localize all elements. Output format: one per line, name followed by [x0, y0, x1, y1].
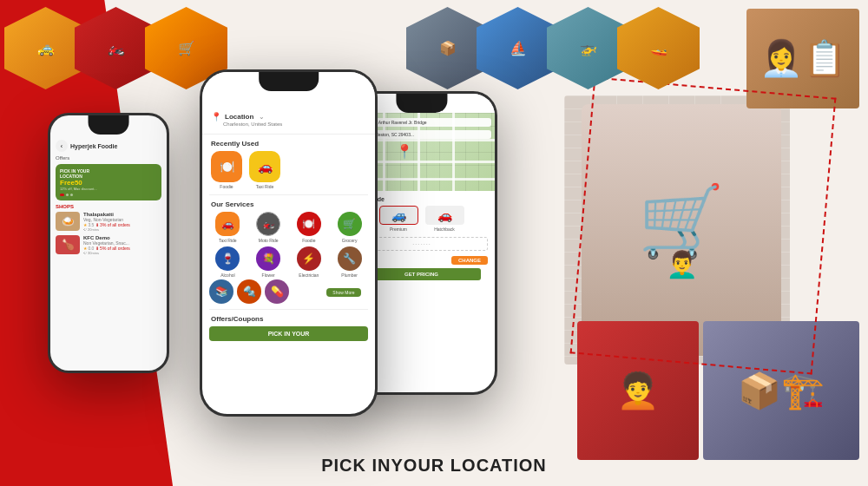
shop-info-2: KFC Demo Non Vegetarian, Snac... ★ 0.0 ⬇… [83, 235, 161, 255]
offer-desc: 12% off, Max discount... [60, 187, 157, 191]
ride-option-hatchback[interactable]: 🚗 Hatchback [425, 206, 464, 232]
center-phone-screen: 📍 Location ⌄ Charleston, United States R… [202, 72, 375, 414]
recently-used-title: Recently Used [202, 135, 375, 151]
service-extra-2[interactable]: 🔩 [237, 279, 261, 305]
moto-ride-label: Moto Ride [259, 238, 279, 243]
bottom-pick-text: Pick InYouR Location [321, 456, 547, 476]
offers-coupons-title: Offers/Coupons [202, 310, 375, 326]
foodie-label: Foodie [220, 184, 233, 189]
services-grid: 🚗 Taxi Ride 🏍️ Moto Ride 🍽️ Foodie 🛒 Gro… [202, 212, 375, 278]
service-flower[interactable]: 💐 Flower [250, 246, 287, 278]
left-phone-title: Hyperjek Foodie [70, 143, 117, 149]
center-phone-notch [259, 72, 319, 91]
chevron-down-icon: ⌄ [259, 113, 265, 121]
show-more-button[interactable]: Show More [326, 288, 361, 297]
taxi-label: Taxi Ride [256, 184, 274, 189]
shop-item-1[interactable]: 🍛 Thalapakatti Veg, Non-Vegetarian ★ 3.5… [56, 212, 161, 232]
electrician-label: Electrician [299, 273, 319, 278]
foodie-service-icon: 🍽️ [297, 212, 321, 236]
service-alcohol[interactable]: 🍷 Alcohol [209, 246, 247, 278]
service-extra-3[interactable]: 💊 [265, 279, 289, 305]
phones-container: ‹ Hyperjek Foodie Offers PICK IN YOUR LO… [0, 0, 868, 486]
offer-card[interactable]: PICK IN YOUR LOCATION Free50 12% off, Ma… [56, 164, 161, 200]
taxi-ride-label: Taxi Ride [219, 238, 237, 243]
alcohol-label: Alcohol [220, 273, 234, 278]
foodie-icon-circle: 🍽️ [211, 151, 242, 182]
offer-promo: Free50 [60, 179, 157, 187]
shop-info-1: Thalapakatti Veg, Non-Vegetarian ★ 3.5 ⬇… [83, 212, 161, 232]
moto-ride-icon: 🏍️ [256, 212, 280, 236]
offers-label: Offers [56, 155, 161, 161]
service-foodie[interactable]: 🍽️ Foodie [291, 212, 328, 243]
shop-item-2[interactable]: 🍗 KFC Demo Non Vegetarian, Snac... ★ 0.0… [56, 235, 161, 255]
hatchback-car-icon: 🚗 [425, 206, 464, 225]
recently-used-list: 🍽️ Foodie 🚗 Taxi Ride [202, 151, 375, 194]
shop-thumb-1: 🍛 [56, 212, 80, 231]
shops-section-label: SHOPS [56, 204, 161, 209]
pick-location-btn[interactable]: PICK IN YOUR [209, 326, 368, 341]
service-grocery[interactable]: 🛒 Grocery [331, 212, 368, 243]
recently-used-taxi[interactable]: 🚗 Taxi Ride [249, 151, 280, 189]
change-button[interactable]: CHANGE [451, 256, 488, 265]
location-label: Location [225, 113, 253, 121]
grocery-icon: 🛒 [338, 212, 362, 236]
location-pin-icon: 📍 [211, 112, 221, 122]
left-phone: ‹ Hyperjek Foodie Offers PICK IN YOUR LO… [48, 113, 169, 373]
alcohol-icon: 🍷 [215, 246, 240, 271]
ride-option-premium[interactable]: 🚙 Premium [379, 206, 418, 232]
flower-icon: 💐 [256, 246, 280, 271]
service-extra-1[interactable]: 📚 [209, 279, 233, 305]
electrician-icon: ⚡ [297, 246, 321, 271]
center-phone-header: 📍 Location ⌄ Charleston, United States [202, 91, 375, 135]
shop-thumb-2: 🍗 [56, 235, 80, 254]
premium-car-icon: 🚙 [379, 206, 418, 225]
plumber-label: Plumber [341, 273, 358, 278]
premium-label: Premium [390, 227, 407, 232]
left-phone-header: ‹ Hyperjek Foodie [56, 140, 161, 152]
back-button[interactable]: ‹ [56, 140, 68, 152]
pick-in-your-location-text: Pick InYouR Location [321, 456, 547, 476]
service-electrician[interactable]: ⚡ Electrician [291, 246, 328, 278]
hatchback-label: Hatchback [434, 227, 455, 232]
get-pricing-button[interactable]: GET PRICING [362, 268, 481, 280]
our-services-title: Our Services [202, 195, 375, 212]
service-taxi-ride[interactable]: 🚗 Taxi Ride [209, 212, 247, 243]
location-row[interactable]: 📍 Location ⌄ [211, 112, 366, 122]
foodie-service-label: Foodie [302, 238, 315, 243]
left-phone-screen: ‹ Hyperjek Foodie Offers PICK IN YOUR LO… [50, 115, 167, 371]
location-sublabel: Charleston, United States [223, 122, 366, 127]
offer-card-title: PICK IN YOUR LOCATION [60, 168, 157, 179]
grocery-label: Grocery [342, 238, 358, 243]
left-phone-notch [89, 115, 129, 135]
taxi-icon-circle: 🚗 [249, 151, 280, 182]
center-phone: 📍 Location ⌄ Charleston, United States R… [200, 69, 378, 417]
map-pin-icon: 📍 [396, 143, 413, 160]
recently-used-foodie[interactable]: 🍽️ Foodie [211, 151, 242, 189]
taxi-ride-icon: 🚗 [215, 212, 240, 236]
flower-label: Flower [262, 273, 275, 278]
plumber-icon: 🔧 [338, 246, 362, 271]
service-moto-ride[interactable]: 🏍️ Moto Ride [250, 212, 287, 243]
right-phone-notch [396, 94, 447, 113]
service-plumber[interactable]: 🔧 Plumber [331, 246, 368, 278]
